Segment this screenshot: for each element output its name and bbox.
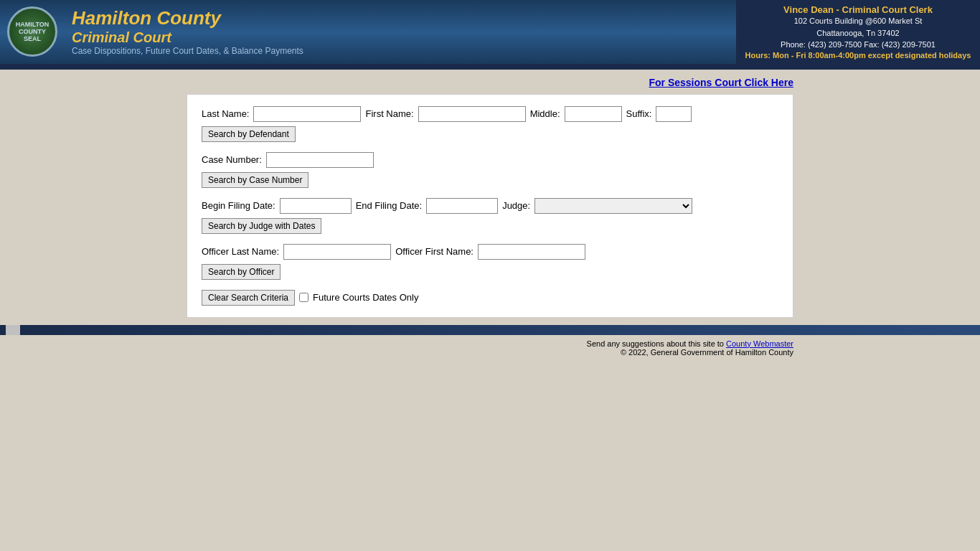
webmaster-link[interactable]: County Webmaster	[726, 339, 793, 348]
officer-section: Officer Last Name: Officer First Name: S…	[202, 244, 778, 280]
hours-text: Hours: Mon - Fri 8:00am-4:00pm	[745, 51, 866, 60]
page-header: HAMILTONCOUNTYSEAL Hamilton County Crimi…	[0, 0, 980, 64]
clerk-name: Vince Dean	[783, 4, 834, 15]
last-name-label: Last Name:	[202, 108, 249, 119]
suffix-input[interactable]	[656, 106, 692, 122]
footer-content: Send any suggestions about this site to …	[0, 335, 980, 364]
judge-select[interactable]: Judge Option 1 Judge Option 2	[534, 198, 692, 214]
defendant-name-row: Last Name: First Name: Middle: Suffix:	[202, 106, 778, 122]
sessions-link-area: For Sessions Court Click Here	[187, 70, 793, 94]
middle-label: Middle:	[530, 108, 560, 119]
judge-btn-row: Search by Judge with Dates	[202, 218, 778, 234]
suffix-label: Suffix:	[626, 108, 652, 119]
judge-date-row: Begin Filing Date: End Filing Date: Judg…	[202, 198, 778, 214]
address-line2: Chattanooga, Tn 37402	[745, 27, 971, 39]
search-officer-button[interactable]: Search by Officer	[202, 264, 281, 280]
search-defendant-button[interactable]: Search by Defendant	[202, 126, 296, 142]
clerk-role: Criminal Court Clerk	[842, 4, 933, 15]
end-date-input[interactable]	[426, 198, 498, 214]
search-judge-button[interactable]: Search by Judge with Dates	[202, 218, 321, 234]
search-panel: Last Name: First Name: Middle: Suffix: S…	[187, 94, 793, 318]
fax: Fax: (423) 209-7501	[864, 40, 936, 49]
defendant-btn-row: Search by Defendant	[202, 126, 778, 142]
officer-last-label: Officer Last Name:	[202, 246, 279, 257]
header-blue-bar	[0, 64, 980, 70]
main-content: For Sessions Court Click Here Last Name:…	[0, 70, 980, 318]
judge-date-section: Begin Filing Date: End Filing Date: Judg…	[202, 198, 778, 234]
future-courts-label: Future Courts Dates Only	[313, 292, 418, 303]
sessions-court-link[interactable]: For Sessions Court Click Here	[649, 77, 793, 88]
hours: Hours: Mon - Fri 8:00am-4:00pm except de…	[745, 51, 971, 60]
phone-fax: Phone: (423) 209-7500 Fax: (423) 209-750…	[745, 39, 971, 51]
officer-last-input[interactable]	[283, 244, 391, 260]
address-line1: 102 Courts Building @600 Market St	[745, 15, 971, 27]
first-name-label: First Name:	[365, 108, 413, 119]
case-btn-row: Search by Case Number	[202, 172, 778, 188]
case-number-label: Case Number:	[202, 154, 262, 165]
officer-btn-row: Search by Officer	[202, 264, 778, 280]
officer-first-label: Officer First Name:	[395, 246, 473, 257]
logo-area: HAMILTONCOUNTYSEAL	[0, 0, 65, 64]
officer-name-row: Officer Last Name: Officer First Name:	[202, 244, 778, 260]
phone: Phone: (423) 209-7500	[781, 40, 862, 49]
begin-date-label: Begin Filing Date:	[202, 200, 275, 211]
county-seal: HAMILTONCOUNTYSEAL	[7, 6, 57, 57]
defendant-section: Last Name: First Name: Middle: Suffix: S…	[202, 106, 778, 142]
footer-suggestion: Send any suggestions about this site to …	[0, 339, 793, 348]
clear-search-button[interactable]: Clear Search Criteria	[202, 290, 295, 306]
seal-text: HAMILTONCOUNTYSEAL	[16, 21, 50, 42]
suggestion-text: Send any suggestions about this site to	[587, 339, 726, 348]
court-title-area: Hamilton County Criminal Court Case Disp…	[65, 0, 736, 64]
court-tagline: Case Dispositions, Future Court Dates, &…	[72, 46, 729, 56]
case-number-row: Case Number:	[202, 152, 778, 168]
hours-note: except designated holidays	[866, 51, 971, 60]
clear-future-row: Clear Search Criteria Future Courts Date…	[202, 290, 778, 306]
footer-bar	[0, 325, 980, 335]
end-date-label: End Filing Date:	[356, 200, 423, 211]
middle-input[interactable]	[565, 106, 622, 122]
begin-date-input[interactable]	[280, 198, 352, 214]
clerk-info: Vince Dean - Criminal Court Clerk 102 Co…	[736, 0, 980, 64]
case-number-input[interactable]	[266, 152, 374, 168]
footer-copyright: © 2022, General Government of Hamilton C…	[0, 348, 793, 357]
judge-label: Judge:	[502, 200, 530, 211]
clerk-title: Vince Dean - Criminal Court Clerk	[745, 4, 971, 15]
last-name-input[interactable]	[253, 106, 361, 122]
search-case-button[interactable]: Search by Case Number	[202, 172, 308, 188]
first-name-input[interactable]	[418, 106, 526, 122]
court-main-title: Hamilton County	[72, 7, 729, 29]
clerk-dash: -	[834, 4, 842, 15]
case-number-section: Case Number: Search by Case Number	[202, 152, 778, 188]
officer-first-input[interactable]	[478, 244, 585, 260]
future-courts-checkbox[interactable]	[299, 293, 308, 302]
court-sub-title: Criminal Court	[72, 29, 729, 46]
